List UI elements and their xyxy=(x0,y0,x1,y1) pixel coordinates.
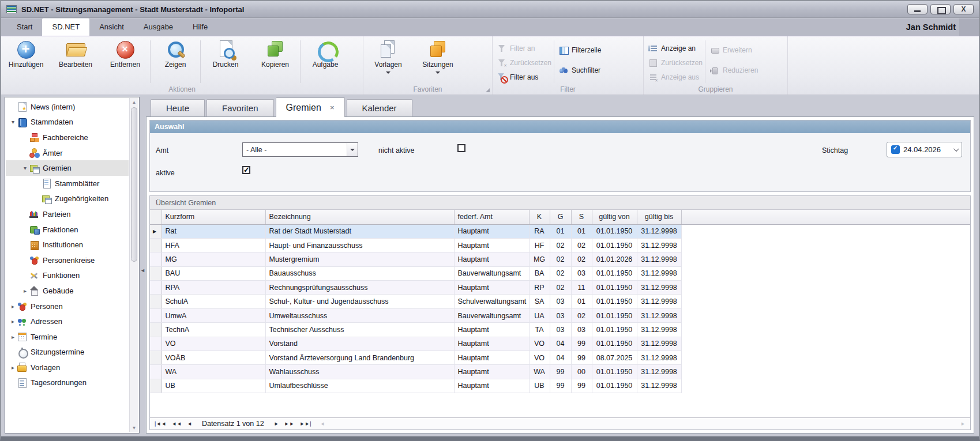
sidebar-item-fraktionen[interactable]: Fraktionen xyxy=(6,222,129,238)
copy-button[interactable]: Kopieren xyxy=(250,38,300,69)
edit-folder-icon xyxy=(66,40,85,59)
remove-button[interactable]: Entfernen xyxy=(100,38,150,69)
table-row[interactable]: VOÄBVorstand Ärzteversorgung Land Brande… xyxy=(150,351,970,365)
sidebar-item-fachbereiche[interactable]: Fachbereiche xyxy=(6,130,129,145)
collapse-sidebar-icon[interactable] xyxy=(140,267,145,273)
table-row[interactable]: UBUmlaufbeschlüsseHauptamtUB999901.01.19… xyxy=(150,379,970,393)
grouping-on-button[interactable]: Anzeige an xyxy=(648,42,703,55)
ribbon-group-label: Filter xyxy=(493,85,643,93)
cell: MG xyxy=(529,252,550,266)
sidebar-item-institutionen[interactable]: Institutionen xyxy=(6,237,129,252)
nav-prev-button[interactable] xyxy=(187,421,192,427)
stichtag-date-editor[interactable]: 24.04.2026 xyxy=(887,142,962,157)
edit-button[interactable]: Bearbeiten xyxy=(51,38,100,69)
people-group-icon xyxy=(29,255,39,265)
scroll-up-icon[interactable] xyxy=(130,98,138,107)
add-button[interactable]: Hinzufügen xyxy=(1,38,51,69)
expander-closed-icon[interactable] xyxy=(21,288,29,294)
table-row[interactable]: RatRat der Stadt MusterstadtHauptamtRA01… xyxy=(150,224,970,238)
nav-next-page-button[interactable] xyxy=(284,421,295,427)
filter-row-button[interactable]: Filterzeile xyxy=(559,43,601,57)
aktive-checkbox[interactable] xyxy=(242,166,250,174)
table-row[interactable]: UmwAUmweltausschussBauverwaltungsamtUA03… xyxy=(150,308,970,322)
sidebar-item-aemter[interactable]: Ämter xyxy=(6,145,129,161)
column-header-5[interactable]: G xyxy=(550,210,571,224)
close-icon[interactable] xyxy=(330,103,335,112)
sidebar-item-adressen[interactable]: Adressen xyxy=(6,314,129,329)
task-button[interactable]: Aufgabe xyxy=(301,38,350,69)
sidebar-item-label: Personen xyxy=(31,302,63,311)
scrollbar-thumb[interactable] xyxy=(131,107,137,262)
chevron-down-icon[interactable] xyxy=(953,146,959,152)
search-filter-button[interactable]: Suchfilter xyxy=(559,63,601,77)
table-row[interactable]: RPARechnungsprüfungsausschussHauptamtRP0… xyxy=(150,281,970,295)
nav-last-button[interactable] xyxy=(299,421,311,427)
column-header-4[interactable]: K xyxy=(529,210,550,224)
templates-button[interactable]: Vorlagen xyxy=(363,38,413,76)
sidebar-item-parteien[interactable]: Parteien xyxy=(6,206,129,222)
column-header-3[interactable]: federf. Amt xyxy=(454,210,529,224)
filter-off-button[interactable]: Filter aus xyxy=(497,70,551,84)
print-button[interactable]: Drucken xyxy=(201,38,250,69)
menu-tab-start[interactable]: Start xyxy=(7,18,42,36)
sidebar-item-stammdaten[interactable]: Stammdaten xyxy=(6,115,129,130)
menu-tab-sdnet[interactable]: SD.NET xyxy=(42,18,89,36)
tab-gremien[interactable]: Gremien xyxy=(276,97,345,117)
chevron-down-icon[interactable] xyxy=(347,143,358,156)
table-row[interactable]: SchulASchul-, Kultur- und Jugendausschus… xyxy=(150,295,970,308)
table-row[interactable]: TechnATechnischer AusschussHauptamtTA030… xyxy=(150,323,970,337)
minimize-button[interactable] xyxy=(907,4,928,14)
sidebar-item-news-intern[interactable]: News (intern) xyxy=(6,99,129,115)
expander-closed-icon[interactable] xyxy=(9,364,17,371)
column-header-8[interactable]: gültig bis xyxy=(637,210,681,224)
sessions-button[interactable]: Sitzungen xyxy=(413,38,463,76)
sidebar-item-gebaeude[interactable]: Gebäude xyxy=(6,283,129,299)
nav-prev-page-button[interactable] xyxy=(171,421,182,427)
expander-closed-icon[interactable] xyxy=(9,303,17,310)
sidebar-item-gremien[interactable]: Gremien xyxy=(6,160,129,176)
sessions-label: Sitzungen xyxy=(422,61,453,69)
menu-tab-ansicht[interactable]: Ansicht xyxy=(89,18,134,36)
maximize-button[interactable] xyxy=(930,4,951,14)
sidebar-item-vorlagen[interactable]: Vorlagen xyxy=(6,360,129,375)
sidebar-item-termine[interactable]: Termine xyxy=(6,329,129,345)
row-indicator-cell xyxy=(150,252,162,266)
show-button[interactable]: Zeigen xyxy=(151,38,200,69)
sidebar-item-personen[interactable]: Personen xyxy=(6,299,129,314)
sidebar-item-funktionen[interactable]: Funktionen xyxy=(6,268,129,284)
amt-dropdown[interactable]: - Alle - xyxy=(242,142,358,157)
expander-closed-icon[interactable] xyxy=(9,334,17,340)
sidebar-item-tagesordnungen[interactable]: Tagesordnungen xyxy=(6,375,129,391)
stichtag-checkbox[interactable] xyxy=(891,145,900,154)
tab-favoriten[interactable]: Favoriten xyxy=(206,99,274,116)
expander-open-icon[interactable] xyxy=(21,165,29,171)
tab-heute[interactable]: Heute xyxy=(151,99,205,116)
table-row[interactable]: MGMustergremiumHauptamtMG020201.01.20263… xyxy=(150,252,970,266)
table-row[interactable]: WAWahlausschussHauptamtWA990001.01.19503… xyxy=(150,365,970,379)
close-button[interactable] xyxy=(953,4,974,14)
sidebar-item-stammblaetter[interactable]: Stammblätter xyxy=(6,176,129,191)
menu-tab-ausgabe[interactable]: Ausgabe xyxy=(134,18,183,36)
column-header-1[interactable]: Kurzform xyxy=(162,210,265,224)
menu-tab-hilfe[interactable]: Hilfe xyxy=(183,18,217,36)
table-row[interactable]: HFAHaupt- und FinanzausschussHauptamtHF0… xyxy=(150,238,970,252)
expander-closed-icon[interactable] xyxy=(9,318,17,325)
nav-next-button[interactable] xyxy=(274,421,279,427)
column-header-7[interactable]: gültig von xyxy=(592,210,637,224)
sidebar-splitter[interactable] xyxy=(140,97,146,434)
sidebar-scrollbar[interactable] xyxy=(129,98,138,432)
scroll-down-icon[interactable] xyxy=(130,424,138,432)
table-row[interactable]: VOVorstandHauptamtVO049901.01.195031.12.… xyxy=(150,337,970,350)
column-header-6[interactable]: S xyxy=(571,210,592,224)
tab-kalender[interactable]: Kalender xyxy=(347,99,412,116)
grid-body: KurzformBezeichnungfederf. AmtKGSgültig … xyxy=(150,210,970,417)
nicht-aktive-checkbox[interactable] xyxy=(457,144,465,152)
column-header-2[interactable]: Bezeichnung xyxy=(265,210,454,224)
sidebar-item-zugehoerigkeiten[interactable]: Zugehörigkeiten xyxy=(6,191,129,207)
sidebar-item-sitzungstermine[interactable]: Sitzungstermine xyxy=(6,345,129,360)
expander-open-icon[interactable] xyxy=(9,119,17,125)
building-icon xyxy=(29,240,39,250)
table-row[interactable]: BAUBauausschussBauverwaltungsamtBA020301… xyxy=(150,266,970,280)
sidebar-item-personenkreise[interactable]: Personenkreise xyxy=(6,252,129,268)
nav-first-button[interactable] xyxy=(155,421,166,427)
